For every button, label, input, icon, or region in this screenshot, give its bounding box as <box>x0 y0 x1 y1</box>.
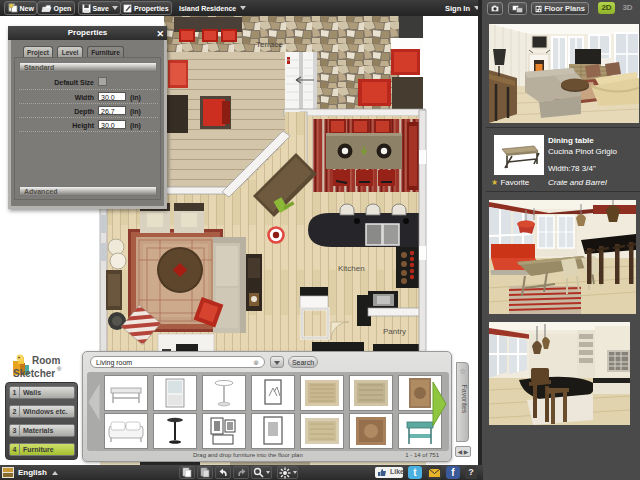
svg-text:Kitchen: Kitchen <box>338 264 365 273</box>
svg-text:®: ® <box>57 366 62 372</box>
svg-text:Terrace: Terrace <box>256 40 283 49</box>
svg-text:Sketcher: Sketcher <box>13 368 55 379</box>
svg-text:Pantry: Pantry <box>383 327 406 336</box>
svg-text:Room: Room <box>32 355 60 366</box>
